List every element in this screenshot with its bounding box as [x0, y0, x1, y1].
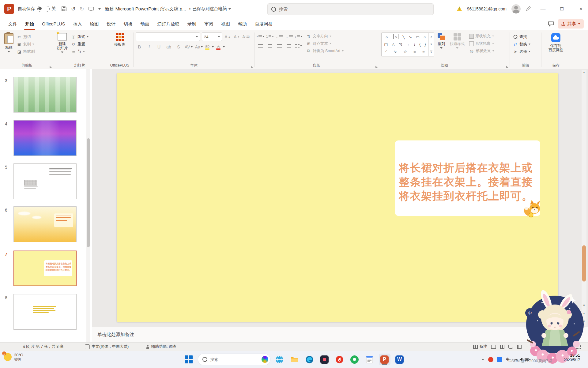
thumbnail-scrollbar-thumb[interactable] — [87, 138, 90, 247]
section-button[interactable]: ≔节 — [70, 48, 89, 55]
normal-view-icon[interactable] — [491, 345, 496, 349]
tray-red-app-icon[interactable] — [488, 357, 493, 362]
hidden-icons-chevron[interactable] — [482, 359, 484, 360]
scribble-shape-icon[interactable]: ≈ — [422, 49, 424, 55]
paste-button[interactable]: 粘贴 — [3, 33, 15, 53]
font-name-combobox[interactable] — [136, 33, 200, 41]
align-left-button[interactable] — [257, 42, 264, 49]
align-center-button[interactable] — [266, 42, 274, 49]
shapes-gallery[interactable]: A A̲ ╲ ↘ ▭ ○ ▢ △ ◹ → ↓ — [381, 33, 434, 56]
curve-shape-icon[interactable]: ∿ — [394, 49, 397, 55]
shrink-font-button[interactable]: A▼ — [233, 33, 240, 40]
slide-thumbnail-5[interactable] — [13, 163, 77, 199]
font-color-button[interactable]: A — [216, 44, 221, 50]
customize-toolbar-icon[interactable] — [89, 6, 94, 11]
star-shape-icon[interactable]: ☆ — [403, 49, 407, 55]
brace-shape-icon[interactable]: { — [419, 41, 420, 48]
font-color-dropdown-icon[interactable] — [223, 46, 225, 48]
right-triangle-shape-icon[interactable]: ◹ — [399, 41, 402, 48]
scroll-up-icon[interactable]: ▲ — [582, 70, 586, 75]
autosave-toggle[interactable] — [37, 6, 50, 12]
cut-button[interactable]: ✂剪切 — [16, 33, 36, 40]
slide-position-indicator[interactable]: 幻灯片 第 7 张，共 8 张 — [23, 344, 63, 349]
line-spacing-button[interactable]: ↕ — [295, 33, 302, 40]
highlight-dropdown-icon[interactable] — [212, 46, 214, 48]
share-button[interactable]: 共享 — [558, 19, 584, 29]
align-right-button[interactable] — [276, 42, 283, 49]
next-slide-icon[interactable]: ▼ — [582, 319, 586, 324]
taskbar-dev-app[interactable] — [319, 354, 330, 365]
close-button[interactable]: × — [574, 0, 588, 18]
gallery-more-icon[interactable]: ▼ — [430, 51, 432, 54]
arrow-down-shape-icon[interactable]: ↓ — [413, 41, 416, 48]
oval-shape-icon[interactable]: ○ — [424, 34, 426, 40]
save-to-baidu-button[interactable]: 保存到 百度网盘 — [547, 33, 564, 53]
taskbar-notes-app[interactable] — [364, 354, 375, 365]
rounded-rectangle-shape-icon[interactable]: ▢ — [384, 41, 388, 48]
text-direction-button[interactable]: ⇅文字方向 — [305, 33, 345, 40]
slide-thumbnail-4[interactable] — [13, 120, 77, 156]
previous-slide-icon[interactable]: ▲ — [582, 311, 586, 316]
shape-outline-button[interactable]: 形状轮廓 — [468, 40, 495, 47]
account-avatar[interactable] — [511, 4, 521, 13]
format-painter-button[interactable]: ◪格式刷 — [16, 48, 36, 55]
slide-thumbnail-7-selected[interactable]: 将长裙对折后搭在衣架上或 整条挂在衣架上。接着直接 将衣架挂到衣杆托上即可。 — [13, 251, 77, 286]
drawing-dialog-launcher[interactable] — [506, 66, 508, 68]
minimize-button[interactable]: — — [536, 0, 550, 18]
replace-button[interactable]: ⇄替换 — [512, 40, 531, 48]
tab-file[interactable]: 文件 — [4, 18, 21, 30]
arrow-right-shape-icon[interactable]: → — [406, 41, 410, 48]
change-case-button[interactable]: Aa — [195, 43, 203, 51]
italic-button[interactable]: I — [145, 43, 153, 51]
template-library-button[interactable]: 模板库 — [113, 33, 126, 47]
taskbar-clock[interactable]: 18:51 2023/5/17 — [564, 353, 580, 362]
quick-styles-button[interactable]: 快速样式 — [449, 33, 466, 49]
clipboard-dialog-launcher[interactable] — [50, 66, 52, 68]
bullets-button[interactable]: • — [257, 33, 264, 40]
brace-right-shape-icon[interactable]: } — [424, 41, 426, 48]
tab-design[interactable]: 设计 — [103, 18, 120, 30]
reset-button[interactable]: ↺重置 — [70, 40, 89, 48]
title-search-box[interactable] — [267, 3, 434, 15]
rectangle-shape-icon[interactable]: ▭ — [416, 34, 420, 40]
decrease-indent-button[interactable]: ← — [276, 33, 283, 40]
tab-record[interactable]: 录制 — [183, 18, 200, 30]
line-shape-icon[interactable]: ╲ — [402, 34, 405, 40]
slide-thumbnail-3[interactable] — [13, 77, 77, 113]
start-button[interactable] — [183, 354, 194, 365]
tab-slideshow[interactable]: 幻灯片放映 — [153, 18, 184, 30]
tab-insert[interactable]: 插入 — [69, 18, 86, 30]
slide-thumbnail-8[interactable] — [13, 294, 77, 330]
justify-button[interactable] — [285, 42, 293, 49]
canvas-scrollbar-thumb[interactable] — [582, 245, 586, 282]
paragraph-dialog-launcher[interactable] — [375, 66, 378, 68]
zoom-slider[interactable] — [532, 346, 566, 347]
select-button[interactable]: ➤选择 — [512, 48, 531, 55]
gallery-scroll-down-icon[interactable]: ▼ — [430, 43, 432, 46]
taskbar-browser-globe[interactable] — [274, 354, 285, 365]
notes-pane[interactable]: 单击此处添加备注 — [92, 327, 588, 342]
slide-thumbnail-6[interactable] — [13, 206, 77, 242]
slideshow-view-icon[interactable] — [517, 345, 522, 349]
undo-icon[interactable]: ↺ — [71, 6, 75, 12]
slide-sorter-view-icon[interactable] — [500, 345, 504, 349]
tab-view[interactable]: 视图 — [217, 18, 234, 30]
tab-officeplus[interactable]: OfficePLUS — [38, 18, 69, 30]
account-email[interactable]: 961158821@qq.com — [467, 6, 507, 11]
shape-effects-button[interactable]: ◎形状效果 — [468, 47, 495, 55]
slide-text-box[interactable]: 将长裙对折后搭在衣架上或 整条挂在衣架上。接着直接 将衣架挂到衣杆托上即可。 — [395, 140, 540, 216]
textbox-shape-icon[interactable]: A — [384, 34, 389, 39]
accessibility-indicator[interactable]: 辅助功能: 调查 — [146, 344, 176, 349]
strikethrough-button[interactable]: ab — [165, 43, 172, 51]
taskbar-edge[interactable] — [304, 354, 315, 365]
tab-draw[interactable]: 绘图 — [86, 18, 103, 30]
scroll-down-icon[interactable]: ▼ — [582, 303, 586, 308]
equation-shape-icon[interactable]: ≡ — [413, 49, 416, 55]
find-button[interactable]: 查找 — [512, 33, 531, 40]
bold-button[interactable]: B — [136, 43, 143, 51]
tab-review[interactable]: 审阅 — [200, 18, 217, 30]
tab-help[interactable]: 帮助 — [234, 18, 251, 30]
tab-animations[interactable]: 动画 — [137, 18, 153, 30]
taskbar-search-input[interactable] — [210, 357, 251, 362]
taskbar-word[interactable]: W — [394, 354, 405, 365]
